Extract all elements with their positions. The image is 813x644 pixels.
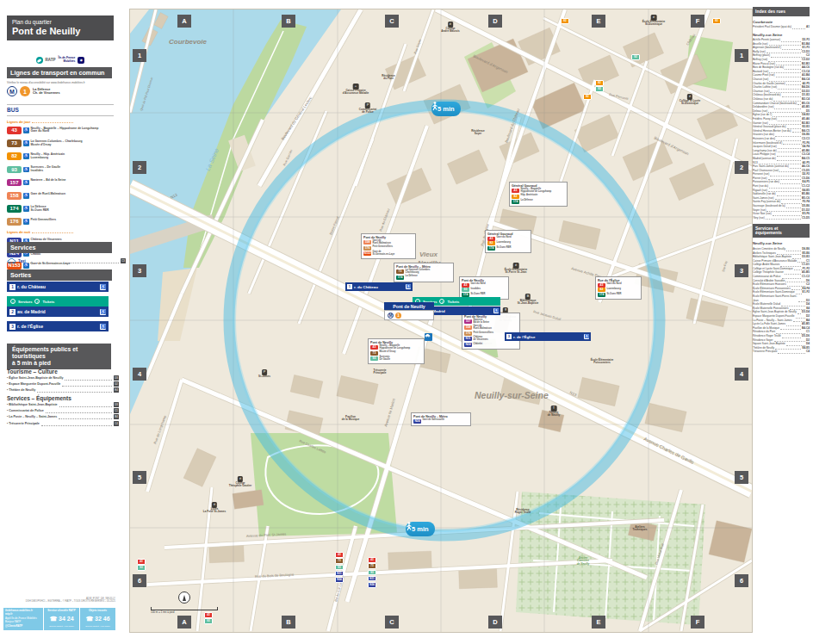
exit-label: r. de l'Église: [17, 324, 98, 329]
bus-stop-line-row: 158Gare de Rueil-Malmaison: [464, 325, 518, 331]
bus-line-badge: 93: [7, 166, 22, 174]
bus-stop-line-row: N153Gare de St-Germain-en-Laye: [363, 251, 413, 257]
bus-line-157: 157♿Nanterre – Bd de la Seine: [7, 179, 119, 187]
exit-number: 3: [9, 324, 16, 330]
dotted-leader: [41, 421, 112, 426]
taxi-station-icon: [425, 333, 432, 341]
bus-stop-box: Pont de Neuilly – Métro73La Garenne-Colo…: [394, 263, 454, 282]
contact-footer: iledefrance-mobilites.fr ratp.fr Appli Î…: [3, 608, 115, 630]
walking-person-icon: [406, 522, 413, 531]
street-name: École Élémentaire Saint-Pierre-Saint-Jea…: [753, 294, 797, 302]
bus-line-badge: 43: [7, 127, 22, 134]
bus-line-destination: Châtelet: [474, 344, 483, 346]
bus-line-badge: 43: [512, 189, 519, 193]
bus-line-destination: Luxembourg: [497, 242, 511, 245]
route-pill-93: 93: [595, 86, 604, 92]
poi: Trésorerie Principale: [374, 369, 387, 375]
bus-line-destination: Gare du Nord: [607, 283, 622, 286]
dotted-leader: [780, 326, 801, 330]
bus-stop-line-row: 73La Garenne-Colombes Charlebourg: [396, 269, 451, 275]
dotted-leader: [778, 350, 805, 354]
bus-line-destination: Musée d'Orsay: [380, 351, 396, 354]
bus-stop-line-row: N24Châtelet: [464, 343, 518, 347]
taxi-icon: [7, 257, 16, 264]
dotted-leader: [778, 86, 801, 90]
wheelchair-icon: ♿: [23, 153, 29, 159]
grid-letter-E: E: [592, 15, 605, 28]
equipment-item: La Poste – Neuilly – Saint-JamesB4: [7, 414, 119, 419]
exit-bar-3: 3r. de l'Église♿: [7, 321, 109, 331]
customer-service-phone: ☎ 34 24: [46, 616, 78, 622]
route-pill-group: 82: [712, 18, 721, 24]
bus-line-destination: La Défense St-Ouen RER: [31, 206, 49, 213]
index-entry: Ybry (rue)C5-D5: [753, 216, 810, 220]
bus-line-badge: 158: [7, 192, 22, 200]
bus-line-badge: 82: [487, 241, 495, 245]
bus-line-badge: 73: [7, 139, 22, 147]
bus-stop-line-row: 43Gare du Nord: [462, 283, 506, 288]
transport-section-header: Lignes de transport en commun: [7, 67, 112, 78]
exit-label: r. du Château: [17, 284, 98, 289]
wheelchair-icon: ♿: [100, 309, 106, 315]
index-services-header: Services et équipements: [753, 224, 810, 238]
exit-bar-2: 2av. de Madrid♿: [7, 307, 109, 317]
grid-number-5: 5: [735, 471, 748, 484]
equipment-name: La Poste – Neuilly – Saint-James: [7, 415, 57, 418]
poi: éÉcole Élémentaire St-Pierre St-Jean: [505, 263, 528, 275]
dotted-leader: [766, 216, 801, 220]
bus-line-destination: Petit Gennevilliers: [474, 332, 493, 335]
dotted-leader: [769, 185, 801, 189]
route-pill-N11: N11: [368, 576, 376, 582]
route-pill-43: 43: [137, 559, 146, 565]
poi-label: Pavillon de la Musique: [342, 416, 359, 422]
dotted-leader: [782, 94, 802, 97]
poi-label: Ateliers Techniques: [633, 526, 648, 532]
index-entry: École Élémentaire Saint-Pierre-Saint-Jea…: [753, 294, 810, 302]
footer-customer-service-cell: Service clientèle RATP ☎ 34 24 Service g…: [44, 608, 79, 630]
route-pill-group: 82: [561, 18, 569, 24]
accessibility-note: Vérifiez le niveau d'accessibilité sur w…: [7, 81, 114, 84]
street-name: Ybry (rue): [753, 216, 765, 220]
bus-line-93: 93♿Suresnes – De Gaulle Invalides: [7, 166, 119, 174]
exit-label: r. du Château: [354, 285, 404, 289]
bus-line-badge: N24: [413, 419, 421, 424]
route-pill-group: 437393N11N24: [335, 552, 344, 583]
bus-stop-line-row: 43Neuilly – Bagatelle Hippodrome de Long…: [512, 189, 565, 194]
bus-stop-box: Général Gouraud43Gare du Nord82Luxembour…: [485, 230, 531, 253]
info-icon: i: [10, 299, 16, 304]
route-pill-N24: N24: [335, 577, 344, 583]
bus-line-badge: 157: [7, 179, 22, 187]
equipment-name: Église Saint-Jean-Baptiste de Neuilly: [7, 376, 63, 380]
dotted-leader: [771, 54, 805, 58]
svg-text:Neuilly-sur-Seine: Neuilly-sur-Seine: [475, 390, 549, 400]
grid-letter-D: D: [488, 616, 502, 629]
dotted-leader: [785, 66, 801, 70]
services-section-header: Services: [7, 242, 112, 253]
bus-line-destination: Gare du Nord: [497, 237, 512, 239]
bus-line-176: 176♿Petit Gennevilliers: [7, 218, 119, 226]
bus-line-destination: Petit Gennevilliers: [31, 219, 57, 222]
grid-number-6: 6: [133, 574, 146, 587]
bus-line-badge: 176: [464, 331, 472, 336]
bus-stop-box: Général Gouraud43Neuilly – Bagatelle Hip…: [509, 182, 568, 207]
bus-line-badge: 157: [464, 319, 472, 324]
grid-number-2: 2: [133, 161, 146, 174]
index-neuilly-list: Achille Peretti (avenue)D3-F3Ancelle (ru…: [753, 38, 810, 220]
tickets-label: Tickets: [447, 300, 459, 304]
five-min-badge: 5 min: [406, 522, 435, 536]
grid-letter-F: F: [691, 616, 704, 629]
bus-stop-name: Pont de Neuilly – Métro: [396, 265, 451, 269]
poi-label: Trésorerie Principale: [374, 369, 387, 375]
tourism-header: Tourisme – Culture: [7, 368, 58, 375]
bus-stop-name: Pont de Neuilly – Métro: [413, 415, 469, 418]
street-name: Président Paul Doumer (quai du): [753, 25, 791, 29]
bus-line-badge: 93: [462, 288, 469, 292]
wheelchair-icon: ♿: [23, 193, 29, 199]
bus-line-destination: Gare de St-Germain-en-Laye: [373, 251, 395, 257]
grid-ref: D3: [114, 375, 119, 381]
index-courbevoie-list: Président Paul Doumer (quai du)A1: [753, 25, 810, 29]
taxi-label: Taxi: [18, 259, 26, 263]
bus-line-destination: Hôp. Américain: [521, 195, 538, 197]
exits-section-header: Sorties: [7, 269, 112, 281]
dotted-leader: [46, 408, 112, 413]
